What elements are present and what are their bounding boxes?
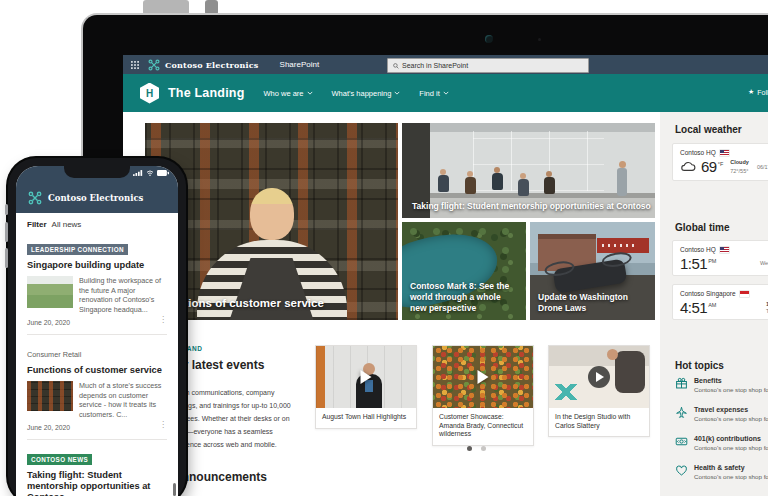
clock-time: 1:51 xyxy=(680,255,707,272)
hero-title: Contoso Mark 8: See the world through a … xyxy=(402,281,526,320)
more-options-icon[interactable]: ⋮ xyxy=(159,315,167,324)
hero-tile-mark8[interactable]: Contoso Mark 8: See the world through a … xyxy=(402,222,526,320)
hot-topic-benefits[interactable]: BenefitsContoso's one stop shop for the xyxy=(675,376,768,394)
hot-topic-travel[interactable]: Travel expensesContoso's one stop shop f… xyxy=(675,405,768,423)
clock-detail: Wednesday, 6/17/2020 xyxy=(760,260,768,266)
nav-label: Who we are xyxy=(264,89,304,98)
drone-product-shape xyxy=(555,384,577,400)
nav-label: Find it xyxy=(419,89,439,98)
play-icon[interactable] xyxy=(588,366,610,388)
event-card-title: August Town Hall Highlights xyxy=(316,408,416,428)
battery-icon xyxy=(157,170,169,176)
video-thumbnail xyxy=(433,346,533,408)
news-article-customer-service[interactable]: Consumer Retail Functions of customer se… xyxy=(27,343,167,440)
global-time-heading: Global time xyxy=(675,222,729,233)
nav-find-it[interactable]: Find it xyxy=(419,89,448,98)
event-card-design-studio[interactable]: In the Design Studio with Carlos Slatter… xyxy=(548,345,650,437)
phone-status-bar xyxy=(133,170,169,176)
clock-time: 4:51 xyxy=(680,299,707,316)
hero-title: Taking flight: Student mentorship opport… xyxy=(402,201,655,218)
follow-label: Follow xyxy=(757,89,768,96)
video-thumbnail xyxy=(549,346,649,408)
news-thumbnail xyxy=(27,276,73,308)
airplane-icon xyxy=(675,406,688,419)
phone-brand-label: Contoso Electronics xyxy=(48,193,143,203)
play-icon[interactable] xyxy=(478,370,489,384)
hero-photo-market-sign xyxy=(597,238,649,253)
nav-who-we-are[interactable]: Who we are xyxy=(264,89,313,98)
filter-row[interactable]: FilterAll news xyxy=(27,220,167,229)
chevron-down-icon xyxy=(307,91,313,95)
carousel-dot-active[interactable] xyxy=(467,446,472,451)
filter-value: All news xyxy=(52,220,82,229)
site-title[interactable]: The Landing xyxy=(168,86,245,100)
hot-topic-401k[interactable]: 401(k) contributionsContoso's one stop s… xyxy=(675,434,768,452)
page-body: Functions of customer service Taking fli… xyxy=(123,112,768,496)
hot-topic-label: Benefits xyxy=(694,376,768,385)
nav-label: What's happening xyxy=(332,89,392,98)
phone-device: Contoso Electronics FilterAll news LEADE… xyxy=(8,158,186,496)
clock-location: Contoso HQ xyxy=(680,246,716,253)
contoso-drone-logo-icon xyxy=(28,191,42,205)
event-card-town-hall[interactable]: August Town Hall Highlights xyxy=(315,345,417,429)
weather-card: Contoso HQ 69 °F Cloudy 72°/55° 06/17/20… xyxy=(672,143,768,181)
more-options-icon[interactable]: ⋮ xyxy=(159,420,167,429)
hot-topics-heading: Hot topics xyxy=(675,360,724,371)
star-icon: ★ xyxy=(748,88,754,96)
weather-condition: Cloudy xyxy=(730,159,749,166)
nav-whats-happening[interactable]: What's happening xyxy=(332,89,401,98)
clock-card-singapore: Contoso Singapore 4:51 AM 15h aheadThurs… xyxy=(672,284,768,320)
hot-topic-label: Travel expenses xyxy=(694,405,768,414)
hot-topic-health[interactable]: Health & safetyContoso's one stop shop f… xyxy=(675,463,768,481)
hero-photo-people xyxy=(438,175,449,192)
main-column: Functions of customer service Taking fli… xyxy=(123,112,660,496)
chevron-down-icon xyxy=(443,91,449,95)
contoso-drone-logo-icon xyxy=(148,59,160,71)
volume-down-button xyxy=(5,248,8,268)
banknote-icon xyxy=(675,435,688,448)
hero-tile-drone-laws[interactable]: Update to Washington Drone Laws xyxy=(530,222,655,320)
phone-brand-row: Contoso Electronics xyxy=(28,191,143,205)
news-article-singapore[interactable]: LEADERSHIP CONNECTION Singapore building… xyxy=(27,238,167,335)
search-placeholder: Search in SharePoint xyxy=(402,62,468,69)
site-logo[interactable]: H xyxy=(140,83,159,104)
video-person xyxy=(615,351,645,393)
chevron-down-icon xyxy=(394,91,400,95)
weather-heading: Local weather xyxy=(675,124,742,135)
search-input[interactable]: Search in SharePoint xyxy=(387,58,589,73)
suite-product-label[interactable]: SharePoint xyxy=(280,60,320,69)
weather-range: 72°/55° xyxy=(730,168,748,174)
right-sidebar: Local weather Contoso HQ 69 °F Cloudy 72… xyxy=(660,112,768,496)
app-launcher-icon[interactable] xyxy=(131,61,139,69)
events-description: Stream communications, company meetings,… xyxy=(167,386,297,451)
play-icon[interactable] xyxy=(361,370,372,384)
weather-unit: °F xyxy=(718,161,724,167)
carousel-dot[interactable] xyxy=(481,446,486,451)
gift-icon xyxy=(675,377,688,390)
sharepoint-page: Contoso Electronics SharePoint Search in… xyxy=(123,55,768,496)
event-card-title: Customer Showcase: Amanda Brady, Connect… xyxy=(433,408,533,445)
wifi-icon xyxy=(146,170,154,176)
search-icon xyxy=(393,63,399,69)
news-badge: CONTOSO NEWS xyxy=(27,454,92,465)
weather-date: 06/17/2020 xyxy=(757,164,768,170)
signal-icon xyxy=(133,170,143,176)
phone-app-header: Contoso Electronics xyxy=(16,166,178,213)
hero-tile-taking-flight[interactable]: Taking flight: Student mentorship opport… xyxy=(402,123,655,218)
news-article-taking-flight[interactable]: CONTOSO NEWS Taking flight: Student ment… xyxy=(27,448,167,496)
hero-photo-boy xyxy=(617,168,627,196)
clock-location: Contoso Singapore xyxy=(680,290,736,297)
hot-topic-desc: Contoso's one stop shop for the xyxy=(694,385,768,394)
clock-card-hq: Contoso HQ 1:51 PM Wednesday, 6/17/2020 xyxy=(672,240,768,276)
event-card-showcase[interactable]: Customer Showcase: Amanda Brady, Connect… xyxy=(432,345,534,446)
ambient-sensor-icon xyxy=(538,38,541,41)
phone-news-feed: FilterAll news LEADERSHIP CONNECTION Sin… xyxy=(16,213,178,496)
follow-button[interactable]: ★Follow xyxy=(748,88,768,96)
phone-scrollbar[interactable] xyxy=(173,483,176,496)
singapore-flag-icon xyxy=(740,291,749,297)
announcements-section-title: Announcements xyxy=(173,470,267,484)
weather-temp: 69 xyxy=(701,158,717,175)
suite-brand-label[interactable]: Contoso Electronics xyxy=(165,60,259,70)
volume-up-button xyxy=(5,222,8,242)
news-category: Consumer Retail xyxy=(27,350,81,359)
